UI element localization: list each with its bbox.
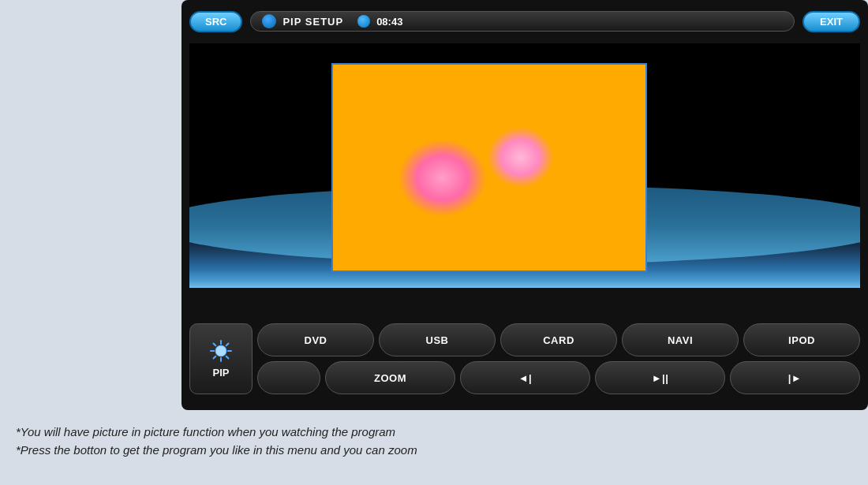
pip-button-label: PIP — [213, 367, 230, 379]
pip-light-icon — [209, 339, 233, 363]
time-display: 08:43 — [376, 16, 402, 28]
pip-main-button[interactable]: PIP — [189, 323, 253, 394]
ipod-button[interactable]: IPOD — [743, 323, 860, 356]
flower-image — [333, 65, 645, 270]
pip-setup-bar: PIP SETUP 08:43 — [250, 11, 795, 32]
svg-line-7 — [226, 344, 229, 346]
svg-line-5 — [214, 344, 216, 346]
top-bar: SRC PIP SETUP 08:43 EXIT — [181, 6, 868, 36]
next-button[interactable]: |► — [730, 361, 860, 394]
exit-button[interactable]: EXIT — [803, 11, 860, 32]
controls-row-2: ZOOM ◄| ►|| |► — [257, 361, 860, 394]
src-button[interactable]: SRC — [189, 11, 242, 32]
card-button[interactable]: CARD — [500, 323, 617, 356]
controls-right: DVD USB CARD NAVI IPOD ZOOM ◄| ►|| |► — [257, 323, 860, 394]
dvd-button[interactable]: DVD — [257, 323, 374, 356]
footer-line-2: *Press the botton to get the program you… — [16, 443, 647, 457]
pip-setup-label: PIP SETUP — [282, 16, 343, 28]
video-area — [189, 43, 860, 288]
svg-point-0 — [215, 345, 226, 356]
pip-frame — [331, 63, 647, 272]
rewind-button[interactable]: ◄| — [460, 361, 590, 394]
usb-button[interactable]: USB — [379, 323, 496, 356]
svg-line-8 — [214, 356, 216, 359]
footer: *You will have picture in picture functi… — [16, 425, 647, 461]
main-player: SRC PIP SETUP 08:43 EXIT — [181, 0, 868, 410]
controls-area: PIP DVD USB CARD NAVI IPOD ZOOM ◄| ►|| — [189, 323, 860, 402]
play-pause-button[interactable]: ►|| — [595, 361, 725, 394]
pip-icon — [262, 14, 276, 28]
navi-button[interactable]: NAVI — [622, 323, 739, 356]
empty-btn-1[interactable] — [257, 361, 320, 394]
zoom-button[interactable]: ZOOM — [325, 361, 455, 394]
clock-icon — [357, 15, 370, 28]
footer-line-1: *You will have picture in picture functi… — [16, 425, 647, 438]
svg-line-6 — [226, 356, 229, 359]
controls-row-1: DVD USB CARD NAVI IPOD — [257, 323, 860, 356]
